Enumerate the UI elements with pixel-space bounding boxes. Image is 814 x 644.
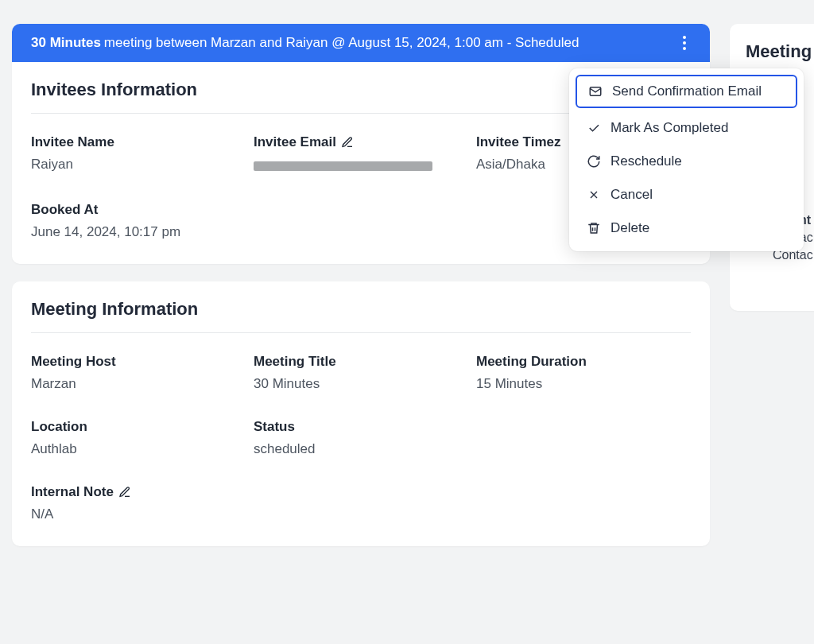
more-options-button[interactable] xyxy=(675,33,694,52)
menu-reschedule[interactable]: Reschedule xyxy=(569,145,804,178)
mail-icon xyxy=(588,84,603,99)
redacted-email xyxy=(254,161,432,171)
status-field: Status scheduled xyxy=(254,419,476,457)
edit-icon[interactable] xyxy=(341,136,354,149)
invitee-name-label: Invitee Name xyxy=(31,134,254,150)
meeting-title-field: Meeting Title 30 Minutes xyxy=(254,354,476,392)
internal-note-label: Internal Note xyxy=(31,484,691,500)
menu-delete[interactable]: Delete xyxy=(569,211,804,245)
location-label: Location xyxy=(31,419,254,435)
status-label: Status xyxy=(254,419,476,435)
meeting-duration-value: 15 Minutes xyxy=(476,376,691,392)
invitee-email-value xyxy=(254,157,476,175)
internal-note-value: N/A xyxy=(31,506,691,522)
meeting-host-value: Marzan xyxy=(31,376,254,392)
meeting-duration-label: Meeting Duration xyxy=(476,354,691,370)
header-text: meeting between Marzan and Raiyan @ Augu… xyxy=(104,35,579,51)
meeting-duration-field: Meeting Duration 15 Minutes xyxy=(476,354,691,392)
invitee-name-value: Raiyan xyxy=(31,157,254,173)
location-value: Authlab xyxy=(31,441,254,457)
meeting-host-field: Meeting Host Marzan xyxy=(31,354,254,392)
check-icon xyxy=(587,121,601,135)
sidebar-title: Meeting xyxy=(746,41,814,62)
meeting-info-title: Meeting Information xyxy=(31,299,691,320)
meeting-header: 30 Minutes meeting between Marzan and Ra… xyxy=(12,24,710,62)
menu-send-confirmation[interactable]: Send Confirmation Email xyxy=(576,75,797,108)
edit-icon[interactable] xyxy=(118,486,131,499)
invitee-name-field: Invitee Name Raiyan xyxy=(31,134,254,175)
actions-dropdown: Send Confirmation Email Mark As Complete… xyxy=(569,68,804,251)
meeting-title-value: 30 Minutes xyxy=(254,376,476,392)
menu-cancel[interactable]: Cancel xyxy=(569,178,804,211)
invitee-email-field: Invitee Email xyxy=(254,134,476,175)
invitee-email-label: Invitee Email xyxy=(254,134,476,150)
status-value: scheduled xyxy=(254,441,476,457)
menu-mark-completed[interactable]: Mark As Completed xyxy=(569,111,804,145)
divider xyxy=(31,332,691,333)
meeting-host-label: Meeting Host xyxy=(31,354,254,370)
refresh-icon xyxy=(587,154,601,169)
trash-icon xyxy=(587,221,601,235)
header-bold: 30 Minutes xyxy=(31,35,101,51)
location-field: Location Authlab xyxy=(31,419,254,457)
internal-note-field: Internal Note N/A xyxy=(31,484,691,522)
close-icon xyxy=(587,188,601,202)
meeting-title-label: Meeting Title xyxy=(254,354,476,370)
